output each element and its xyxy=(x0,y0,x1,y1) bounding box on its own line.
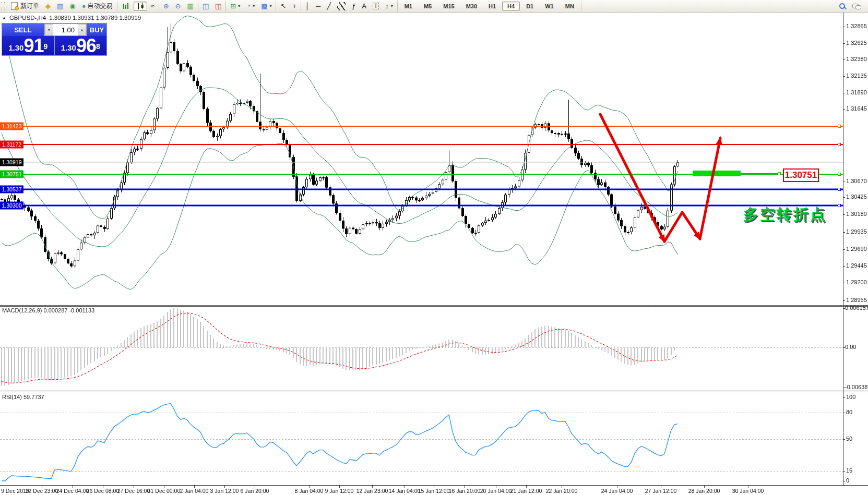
price-line-badge[interactable]: 1.30537 xyxy=(0,186,23,194)
toolbar-group-timeframes: M1M5M15M30H1H4D1W1MN xyxy=(398,0,581,12)
volume-field[interactable]: 1.00 xyxy=(53,24,78,35)
templates-icon: ▩ xyxy=(261,3,267,10)
toolbar-grip[interactable] xyxy=(1,2,5,10)
fibonacci-tool-button[interactable]: ƒ xyxy=(349,2,358,11)
text-tool-button[interactable]: A xyxy=(359,2,369,11)
arrows-tool-button[interactable]: ↕▾ xyxy=(383,2,396,11)
volume-increase-icon[interactable]: ▲ xyxy=(78,24,86,35)
buy-button[interactable]: BUY xyxy=(87,23,106,36)
templates-button[interactable]: ▩▾ xyxy=(258,2,274,11)
rsi-tick-label: 100 xyxy=(846,394,855,400)
time-axis-label: 31 Dec 00:00 xyxy=(148,488,180,494)
tf-m5-button[interactable]: M5 xyxy=(419,2,437,11)
buy-price[interactable]: 1.30 96 8 xyxy=(55,36,107,56)
time-axis-label: 22 Dec 23:00 xyxy=(26,488,58,494)
chevron-down-icon: ▾ xyxy=(391,4,393,8)
price-tick-label: 1.28955 xyxy=(846,297,867,303)
crosshair-tool-icon: + xyxy=(292,3,296,10)
volume-control: ▼ 1.00 ▲ xyxy=(44,23,87,36)
toolbar: 新订单◆▥◉●自动交易≈⊕⊖▦◫◫⊞▾◔▾▩▾↖+│─╱ƒAT↕▾M1M5M15… xyxy=(0,0,868,13)
sell-price[interactable]: 1.30 91 9 xyxy=(2,36,55,56)
hline-tool-button[interactable]: ─ xyxy=(313,2,323,11)
tf-m15-button[interactable]: M15 xyxy=(438,2,459,11)
price-line-badge[interactable]: 1.30751 xyxy=(0,171,23,178)
toolbar-group-draw: │─╱ƒAT↕▾ xyxy=(301,0,398,12)
vline-tool-button[interactable]: │ xyxy=(303,2,312,11)
tf-h4-button[interactable]: H4 xyxy=(502,2,520,11)
one-click-trading-panel: SELL ▼ 1.00 ▲ BUY 1.30 91 9 1.30 96 8 xyxy=(2,23,107,56)
chart-collapse-icon[interactable]: ▲ xyxy=(2,16,6,20)
zoom-in-button[interactable]: ⊕ xyxy=(161,2,172,11)
trendline-tool-button[interactable]: ╱ xyxy=(324,2,334,11)
tf-d1-button[interactable]: D1 xyxy=(521,2,539,11)
tf-mn-button[interactable]: MN xyxy=(560,2,579,11)
tile-windows-icon: ▦ xyxy=(187,3,193,10)
price-line-badge[interactable]: 1.31172 xyxy=(0,141,23,149)
cursor-tool-icon: ↖ xyxy=(280,3,286,10)
tf-m30-button[interactable]: M30 xyxy=(461,2,482,11)
channel-tool-button[interactable] xyxy=(335,2,348,11)
hline-tool-icon: ─ xyxy=(316,3,320,10)
toolbar-group-arrange: ◫◫ xyxy=(198,0,227,12)
price-tick-label: 1.32135 xyxy=(846,73,867,79)
macd-tick-label: 0.006157 xyxy=(845,305,868,311)
price-tick-label: 1.30670 xyxy=(846,178,867,184)
vline-tool-icon: │ xyxy=(305,3,310,10)
chart-canvas[interactable] xyxy=(0,0,868,495)
line-chart-mode-icon: ≈ xyxy=(151,3,154,10)
indicators-icon: ⊞ xyxy=(230,3,236,10)
crosshair-tool-button[interactable]: + xyxy=(290,2,299,11)
candlestick-mode-icon xyxy=(136,2,145,10)
time-axis-label: 24 Jan 04:00 xyxy=(601,488,633,494)
arrange-up-button[interactable]: ◫ xyxy=(200,2,211,11)
price-line-badge[interactable]: 1.30300 xyxy=(0,202,23,210)
label-tool-button[interactable]: T xyxy=(370,2,382,11)
candlestick-mode-button[interactable] xyxy=(134,2,147,11)
chevron-down-icon: ▾ xyxy=(253,4,255,8)
gold-icon[interactable]: ◆ xyxy=(43,2,53,11)
tf-w1-button[interactable]: W1 xyxy=(540,2,559,11)
tf-h1-button[interactable]: H1 xyxy=(483,2,501,11)
indicators-button[interactable]: ⊞▾ xyxy=(228,2,243,11)
toolbar-group-zoom: ⊕⊖▦ xyxy=(159,0,198,12)
chevron-down-icon: ▾ xyxy=(238,4,240,8)
search-button[interactable] xyxy=(836,2,849,11)
rsi-name: RSI(14) xyxy=(2,394,22,400)
periods-button[interactable]: ◔▾ xyxy=(244,2,257,11)
bar-chart-mode-button[interactable] xyxy=(119,2,133,11)
market-watch-icon[interactable]: ▥ xyxy=(54,2,66,11)
price-tick-label: 1.31645 xyxy=(846,105,867,112)
chart-symbol-period: GBPUSD-,H4 xyxy=(9,15,46,21)
toolbar-group-trade: 新订单◆▥◉●自动交易 xyxy=(6,0,117,12)
autotrade-button[interactable]: ●自动交易 xyxy=(79,2,115,11)
tf-m1-button[interactable]: M1 xyxy=(399,2,418,11)
zoom-out-button[interactable]: ⊖ xyxy=(173,2,184,11)
gold-icon-icon: ◆ xyxy=(45,3,51,10)
time-axis-label: 16 Jan 20:00 xyxy=(449,488,481,494)
price-tick-label: 1.29690 xyxy=(846,246,867,252)
volume-decrease-icon[interactable]: ▼ xyxy=(45,24,53,35)
price-line-badge[interactable]: 1.31423 xyxy=(0,123,23,130)
line-chart-mode-button[interactable]: ≈ xyxy=(148,2,157,11)
signals-icon[interactable]: ◉ xyxy=(67,2,78,11)
buy-price-point: 8 xyxy=(96,36,100,57)
zoom-in-icon: ⊕ xyxy=(163,3,169,10)
turning-point-note[interactable]: 多空转折点 xyxy=(743,204,827,225)
buy-price-base: 1.30 xyxy=(61,41,76,55)
tf-mn-button-label: MN xyxy=(563,3,577,10)
cursor-tool-button[interactable]: ↖ xyxy=(278,2,289,11)
tile-windows-button[interactable]: ▦ xyxy=(184,2,196,11)
terminal-window: 新订单◆▥◉●自动交易≈⊕⊖▦◫◫⊞▾◔▾▩▾↖+│─╱ƒAT↕▾M1M5M15… xyxy=(0,0,868,495)
new-order-button[interactable]: 新订单 xyxy=(7,2,42,11)
new-order-button-label: 新订单 xyxy=(20,2,39,10)
community-button[interactable] xyxy=(850,2,863,11)
arrange-down-button[interactable]: ◫ xyxy=(212,2,224,11)
time-axis-label: 21 Jan 12:00 xyxy=(510,488,542,494)
time-axis-label: 15 Jan 12:00 xyxy=(418,488,450,494)
time-axis-label: 14 Jan 04:00 xyxy=(389,488,421,494)
tf-w1-button-label: W1 xyxy=(542,3,556,10)
price-tag-1-30751[interactable]: 1.30751 xyxy=(783,168,819,182)
price-tick-label: 1.29445 xyxy=(846,262,867,269)
toolbar-group-chart-modes: ≈ xyxy=(117,0,159,12)
sell-button[interactable]: SELL xyxy=(2,23,44,36)
